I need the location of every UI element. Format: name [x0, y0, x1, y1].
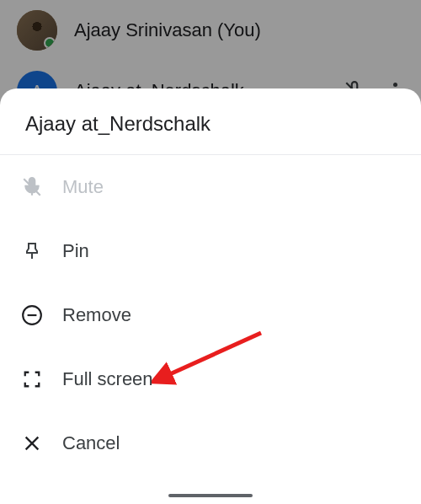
bottom-sheet: Ajaay at_Nerdschalk Mute Pin Remove — [0, 88, 421, 504]
mute-icon — [20, 175, 44, 199]
pin-label: Pin — [62, 240, 89, 262]
fullscreen-icon — [20, 367, 44, 391]
mute-option: Mute — [0, 155, 421, 219]
remove-option[interactable]: Remove — [0, 283, 421, 347]
cancel-option[interactable]: Cancel — [0, 411, 421, 475]
fullscreen-label: Full screen — [62, 368, 153, 390]
fullscreen-option[interactable]: Full screen — [0, 347, 421, 411]
drag-handle[interactable] — [168, 494, 253, 497]
remove-label: Remove — [62, 304, 131, 326]
cancel-label: Cancel — [62, 432, 120, 454]
cancel-icon — [20, 432, 44, 455]
remove-icon — [20, 303, 44, 327]
sheet-title: Ajaay at_Nerdschalk — [0, 88, 421, 155]
pin-icon — [20, 239, 44, 263]
pin-option[interactable]: Pin — [0, 219, 421, 283]
mute-label: Mute — [62, 176, 104, 198]
